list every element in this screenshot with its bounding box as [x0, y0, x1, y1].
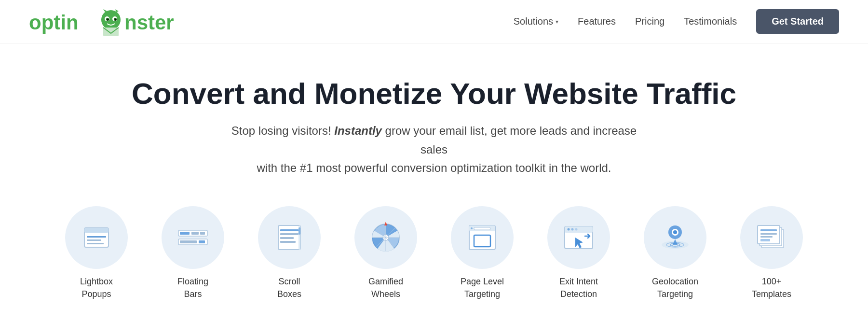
- svg-rect-20: [191, 232, 199, 235]
- svg-rect-24: [199, 240, 205, 243]
- svg-text:optin: optin: [29, 11, 79, 34]
- nav-pricing[interactable]: Pricing: [635, 16, 665, 27]
- svg-rect-27: [280, 233, 298, 235]
- gamified-wheels-icon-circle: [354, 206, 417, 269]
- feature-scroll-boxes[interactable]: ScrollBoxes: [241, 206, 338, 300]
- templates-icon-circle: [740, 206, 803, 269]
- gamified-wheels-icon: [369, 221, 403, 254]
- svg-point-53: [673, 230, 677, 234]
- templates-label: 100+Templates: [752, 276, 791, 300]
- floating-bars-icon: [176, 221, 210, 254]
- svg-rect-26: [280, 229, 298, 231]
- exit-intent-detection-icon-circle: [547, 206, 610, 269]
- scroll-boxes-label: ScrollBoxes: [277, 276, 301, 300]
- main-nav: Solutions ▾ Features Pricing Testimonial…: [514, 9, 839, 34]
- svg-rect-29: [280, 241, 296, 243]
- templates-icon: [755, 221, 788, 254]
- hero-title: Convert and Monetize Your Website Traffi…: [19, 77, 849, 110]
- logo[interactable]: optin: [29, 7, 178, 36]
- svg-text:nster: nster: [124, 11, 174, 34]
- feature-exit-intent-detection[interactable]: Exit IntentDetection: [530, 206, 627, 300]
- hero-section: Convert and Monetize Your Website Traffi…: [0, 43, 868, 323]
- lightbox-popups-icon: [80, 221, 113, 254]
- scroll-boxes-icon: [272, 221, 306, 254]
- geolocation-targeting-label: GeolocationTargeting: [652, 276, 698, 300]
- geolocation-targeting-icon: [658, 221, 692, 254]
- lightbox-popups-label: LightboxPopups: [80, 276, 113, 300]
- svg-rect-15: [87, 239, 101, 241]
- svg-point-47: [571, 228, 574, 231]
- feature-floating-bars[interactable]: FloatingBars: [145, 206, 241, 300]
- svg-point-1: [101, 10, 121, 29]
- floating-bars-label: FloatingBars: [177, 276, 208, 300]
- svg-rect-28: [280, 237, 294, 239]
- feature-page-level-targeting[interactable]: Page LevelTargeting: [434, 206, 530, 300]
- features-row: LightboxPopups FloatingBars: [19, 201, 849, 319]
- svg-rect-41: [474, 227, 490, 230]
- svg-rect-31: [298, 227, 300, 235]
- svg-rect-62: [760, 239, 770, 241]
- svg-marker-38: [384, 222, 387, 225]
- svg-rect-19: [180, 232, 190, 235]
- logo-svg: optin: [29, 7, 178, 36]
- geolocation-targeting-icon-circle: [644, 206, 706, 269]
- svg-point-6: [108, 19, 109, 20]
- get-started-button[interactable]: Get Started: [756, 9, 839, 34]
- nav-features[interactable]: Features: [578, 16, 616, 27]
- svg-rect-23: [180, 240, 197, 243]
- svg-rect-13: [84, 228, 108, 233]
- feature-templates[interactable]: 100+Templates: [723, 206, 820, 300]
- svg-point-48: [575, 228, 578, 231]
- svg-rect-21: [200, 232, 205, 235]
- feature-geolocation-targeting[interactable]: GeolocationTargeting: [627, 206, 723, 300]
- svg-rect-60: [760, 233, 777, 235]
- svg-point-46: [568, 228, 570, 231]
- svg-rect-61: [760, 236, 773, 238]
- exit-intent-detection-label: Exit IntentDetection: [559, 276, 598, 300]
- nav-testimonials[interactable]: Testimonials: [684, 16, 737, 27]
- nav-solutions[interactable]: Solutions ▾: [514, 16, 558, 27]
- svg-point-43: [471, 227, 473, 229]
- page-level-targeting-label: Page LevelTargeting: [461, 276, 504, 300]
- svg-rect-17: [87, 236, 106, 238]
- svg-rect-59: [760, 229, 777, 231]
- solutions-dropdown-icon: ▾: [556, 18, 558, 25]
- feature-gamified-wheels[interactable]: GamifiedWheels: [338, 206, 434, 300]
- exit-intent-detection-icon: [562, 221, 596, 254]
- lightbox-popups-icon-circle: [65, 206, 128, 269]
- page-level-targeting-icon: [465, 221, 499, 254]
- page-level-targeting-icon-circle: [451, 206, 514, 269]
- feature-lightbox-popups[interactable]: LightboxPopups: [48, 206, 145, 300]
- floating-bars-icon-circle: [162, 206, 224, 269]
- gamified-wheels-label: GamifiedWheels: [368, 276, 403, 300]
- svg-point-7: [115, 19, 117, 20]
- header: optin: [0, 0, 868, 43]
- hero-subtitle: Stop losing visitors! Instantly grow you…: [217, 122, 651, 177]
- svg-rect-16: [87, 243, 104, 244]
- scroll-boxes-icon-circle: [258, 206, 321, 269]
